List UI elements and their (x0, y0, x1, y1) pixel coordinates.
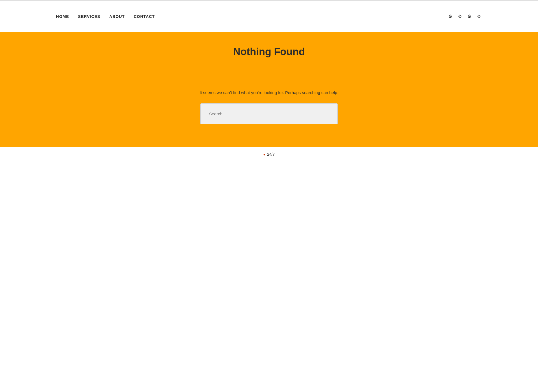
nav-item-home[interactable]: HOME (56, 14, 69, 19)
page-title: Nothing Found (0, 46, 538, 58)
nav-item-contact[interactable]: CONTACT (134, 14, 155, 19)
nav-item-about[interactable]: ABOUT (109, 14, 125, 19)
social-icon-2[interactable]: ⚙ (457, 13, 463, 20)
header: HOME SERVICES ABOUT CONTACT ⚙ ⚙ ⚙ ⚙ (0, 1, 538, 32)
search-box (200, 103, 338, 124)
footer-text: 24/7 (267, 152, 275, 157)
hero-banner: Nothing Found (0, 32, 538, 73)
nav-right: ⚙ ⚙ ⚙ ⚙ (447, 13, 482, 20)
nav-item-services[interactable]: SERVICES (78, 14, 100, 19)
search-input[interactable] (209, 111, 329, 116)
footer: ● 24/7 (0, 147, 538, 162)
white-area (0, 162, 538, 392)
nav-left: HOME SERVICES ABOUT CONTACT (56, 14, 155, 19)
social-icon-3[interactable]: ⚙ (466, 13, 472, 20)
not-found-message: It seems we can't find what you're looki… (200, 90, 338, 95)
social-icon-1[interactable]: ⚙ (447, 13, 453, 20)
social-icon-4[interactable]: ⚙ (476, 13, 482, 20)
main-content: It seems we can't find what you're looki… (0, 73, 538, 147)
clock-icon: ● (263, 152, 265, 157)
